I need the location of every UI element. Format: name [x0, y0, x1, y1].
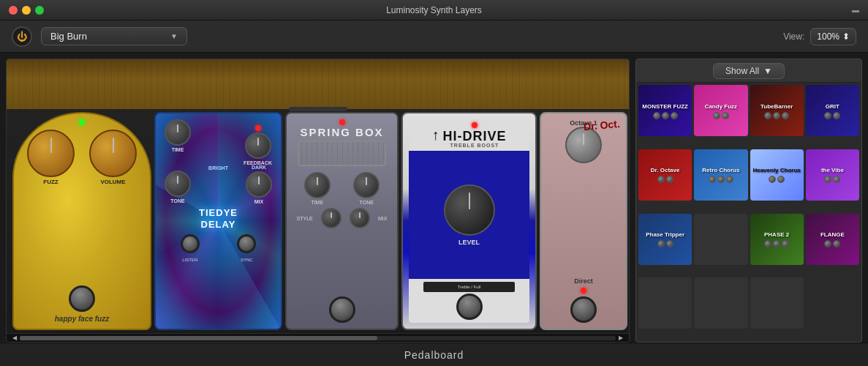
- springbox-stomp[interactable]: [329, 296, 355, 323]
- pedalboard-area: FUZZ VOLUME happy face fuzz T: [6, 59, 630, 343]
- tiedye-name: TIEDYE: [199, 207, 238, 218]
- browser-item-empty2[interactable]: [694, 214, 747, 265]
- wood-strip-top: [7, 59, 629, 109]
- browser-item-grit[interactable]: GRIT: [806, 85, 859, 136]
- time-knob[interactable]: [165, 119, 191, 146]
- scrollbar-thumb[interactable]: [20, 336, 377, 340]
- style-label-sb: STYLE: [297, 216, 313, 221]
- heavenly-knobs: [769, 176, 785, 183]
- toolbar-right: View: 100% ⬍: [783, 28, 856, 45]
- show-all-button[interactable]: Show All ▼: [713, 63, 785, 79]
- droct-name: Dr. Oct.: [584, 118, 621, 132]
- browser-item-flange[interactable]: FLANGE: [806, 214, 859, 265]
- phase2-label: PHASE 2: [763, 231, 790, 239]
- browser-item-tube[interactable]: TubeBarner: [750, 85, 804, 136]
- window-title: Luminosity Synth Layers: [386, 5, 482, 15]
- grit-label: GRIT: [825, 102, 840, 111]
- tiedye-led: [255, 125, 261, 131]
- mix-knob-sb[interactable]: [350, 208, 370, 228]
- browser-item-droct[interactable]: Dr. Octave: [638, 149, 692, 201]
- thumb-knob21: [666, 240, 673, 247]
- browser-item-phase2[interactable]: PHASE 2: [750, 214, 804, 265]
- tone-knob-sb[interactable]: [353, 172, 380, 198]
- feedback-knob[interactable]: [245, 132, 271, 159]
- browser-item-candy[interactable]: Candy Fuzz: [694, 85, 747, 136]
- thumb-knob14: [717, 176, 725, 183]
- hidrive-pedal[interactable]: ↑ HI-DRIVE TREBLE BOOST LEVEL Treble / F: [401, 112, 537, 330]
- springbox-pedal[interactable]: SPRING BOX TIME TONE STYLE M: [285, 112, 399, 330]
- listen-stomp[interactable]: [181, 234, 200, 253]
- view-dropdown[interactable]: 100% ⬍: [810, 28, 856, 45]
- thumb-knob5: [722, 112, 729, 119]
- browser-item-empty5[interactable]: [750, 277, 804, 329]
- toolbar: ⏻ Big Burn ▼ View: 100% ⬍: [0, 20, 868, 53]
- browser-item-phase-trip[interactable]: Phase Tripper: [638, 214, 692, 265]
- sync-stomp[interactable]: [237, 234, 256, 253]
- bottom-bar: Pedalboard: [0, 343, 868, 366]
- flange-label: FLANGE: [820, 231, 845, 239]
- tone-knob[interactable]: [165, 171, 191, 197]
- volume-knob[interactable]: [89, 130, 137, 177]
- thumb-knob23: [773, 240, 780, 247]
- tube-knobs: [764, 112, 789, 119]
- vibe-label: the Vibe: [820, 166, 845, 174]
- thumb-knob4: [713, 112, 720, 119]
- retro-knobs: [709, 176, 733, 183]
- preset-name: Big Burn: [50, 31, 87, 42]
- thumb-knob13: [709, 176, 716, 183]
- chevron-down-icon: ▼: [170, 32, 178, 40]
- hidrive-sub: TREBLE BOOST: [450, 143, 499, 148]
- scroll-right-icon[interactable]: ▶: [616, 335, 626, 341]
- thumb-knob10: [833, 112, 840, 119]
- show-all-label: Show All: [725, 66, 759, 76]
- maximize-button[interactable]: [35, 6, 44, 15]
- browser-item-retro[interactable]: Retro Chorus: [694, 149, 747, 201]
- thumb-knob6: [764, 112, 771, 119]
- mix-knob-td[interactable]: [246, 171, 272, 198]
- tone-label-sb: TONE: [360, 200, 374, 205]
- power-button[interactable]: ⏻: [12, 26, 32, 47]
- browser-item-empty3[interactable]: [638, 277, 692, 329]
- browser-item-vibe[interactable]: the Vibe: [806, 149, 859, 201]
- droct-knobs: [657, 176, 673, 183]
- thumb-knob19: [833, 176, 840, 183]
- browser-item-heavenly[interactable]: Heavenly Chorus: [750, 149, 804, 201]
- title-bar: Luminosity Synth Layers ▬: [0, 0, 868, 20]
- fuzz-pedal[interactable]: FUZZ VOLUME happy face fuzz: [12, 112, 151, 330]
- sync-label: SYNC: [241, 258, 253, 262]
- hidrive-stomp[interactable]: [456, 294, 483, 320]
- droct-led: [581, 288, 586, 294]
- hidrive-led: [472, 122, 478, 128]
- droct-stomp[interactable]: [570, 296, 597, 323]
- thumb-knob9: [824, 112, 831, 119]
- scrollbar-track[interactable]: [20, 336, 616, 340]
- thumb-knob26: [833, 240, 840, 247]
- tiedye-pedal[interactable]: TIME FEEDBACK BRIGHT TONE DARK: [154, 112, 282, 330]
- candy-knobs: [713, 112, 729, 119]
- scroll-left-icon[interactable]: ◀: [10, 335, 20, 341]
- phase2-knobs: [764, 240, 789, 247]
- minimize-button[interactable]: [22, 6, 31, 15]
- view-arrow-icon: ⬍: [842, 31, 850, 42]
- droct-pedal[interactable]: Octave 1 Direct Dr. Oct.: [540, 112, 627, 330]
- fuzz-label: FUZZ: [43, 179, 58, 185]
- thumb-knob25: [824, 240, 831, 247]
- close-button[interactable]: [9, 6, 18, 15]
- browser-item-empty4[interactable]: [694, 277, 747, 329]
- fuzz-knob[interactable]: [27, 130, 75, 177]
- style-knob-sb[interactable]: [321, 208, 341, 228]
- time-knob-sb[interactable]: [304, 172, 331, 198]
- phase-trip-label: Phase Tripper: [645, 231, 685, 239]
- grit-knobs: [824, 112, 840, 119]
- preset-dropdown[interactable]: Big Burn ▼: [41, 27, 187, 45]
- view-value: 100%: [817, 31, 839, 42]
- fuzz-stomp[interactable]: [69, 285, 95, 312]
- pedals-container: FUZZ VOLUME happy face fuzz T: [7, 109, 629, 333]
- scrollbar-container[interactable]: ◀ ▶: [7, 333, 629, 342]
- browser-item-monster[interactable]: MONSTER FUZZ: [638, 85, 692, 136]
- thumb-knob2: [662, 112, 669, 119]
- level-label: LEVEL: [458, 239, 480, 246]
- level-knob[interactable]: [444, 184, 495, 236]
- springbox-title: SPRING BOX: [300, 127, 383, 138]
- right-panel: Show All ▼ MONSTER FUZZ Candy Fuzz: [635, 59, 862, 343]
